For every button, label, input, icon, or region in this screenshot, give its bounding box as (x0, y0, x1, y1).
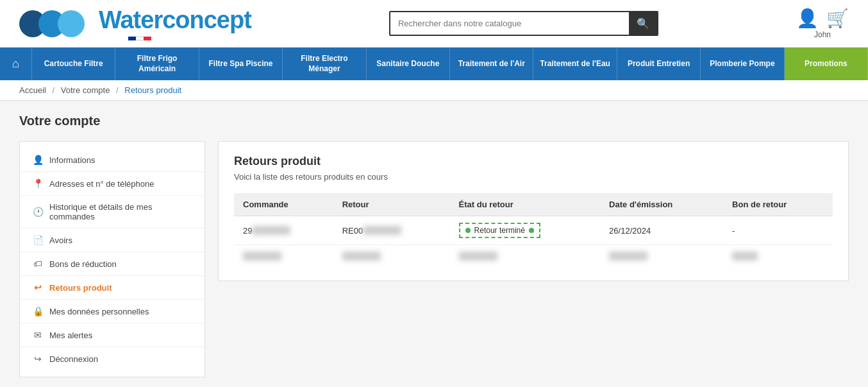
breadcrumb-votre-compte[interactable]: Votre compte (61, 85, 110, 95)
breadcrumb-accueil[interactable]: Accueil (19, 85, 46, 95)
cell-retour-2 (333, 245, 450, 268)
col-date: Date d'émission (600, 193, 723, 216)
main-panel: Retours produit Voici la liste des retou… (218, 141, 849, 281)
history-icon: 🕐 (33, 207, 43, 217)
nav-item-filtre-electro[interactable]: Filtre Electro Ménager (283, 47, 366, 80)
breadcrumb-sep-2: / (116, 85, 119, 95)
sidebar-label-retours-produit: Retours produit (49, 283, 112, 293)
status-dot-right-icon (529, 228, 534, 233)
nav-item-home[interactable]: ⌂ (0, 47, 32, 80)
cell-bon-2 (723, 245, 833, 268)
cell-date-1: 26/12/2024 (600, 216, 723, 245)
sidebar-label-donnees-personnelles: Mes données personnelles (49, 307, 149, 316)
table-row: 29 RE00 Retour terminé (234, 216, 833, 245)
circle-light-icon (58, 10, 85, 37)
lock-icon: 🔒 (33, 306, 43, 316)
sidebar-label-bons-reduction: Bons de réduction (49, 259, 117, 269)
nav-item-filtre-frigo[interactable]: Filtre Frigo Américain (115, 47, 199, 80)
col-etat: État du retour (450, 193, 601, 216)
sidebar-label-avoirs: Avoirs (49, 236, 72, 245)
sidebar-item-avoirs[interactable]: 📄 Avoirs (20, 228, 204, 252)
return-icon: ↩ (33, 282, 43, 293)
cell-bon-1: - (723, 216, 833, 245)
sidebar-item-informations[interactable]: 👤 Informations (20, 148, 204, 172)
search-area: 🔍 (389, 11, 658, 36)
nav-item-traitement-air[interactable]: Traitement de l'Air (450, 47, 533, 80)
page-title: Votre compte (19, 114, 849, 128)
blurred-commande-1 (252, 226, 290, 235)
nav-item-plomberie-pompe[interactable]: Plomberie Pompe (701, 47, 784, 80)
sidebar-label-adresses: Adresses et n° de téléphone (49, 179, 154, 189)
search-input[interactable] (390, 12, 629, 35)
main-content: Votre compte 👤 Informations 📍 Adresses e… (0, 101, 868, 387)
logo-text: Waterconcept (99, 6, 251, 34)
mail-icon: ✉ (33, 330, 43, 340)
blurred-etat-2 (459, 252, 497, 261)
sidebar-item-retours-produit[interactable]: ↩ Retours produit (20, 276, 204, 300)
sidebar-label-alertes: Mes alertes (49, 331, 92, 340)
tag-icon: 🏷 (33, 259, 43, 269)
sidebar-label-deconnexion: Déconnexion (49, 354, 98, 364)
flag-white (136, 37, 144, 40)
col-commande: Commande (234, 193, 333, 216)
logo-circles (19, 10, 85, 37)
returns-table: Commande Retour État du retour Date d'ém… (234, 193, 833, 268)
user-area: 👤 🛒 John (796, 8, 849, 39)
nav-item-sanitaire-douche[interactable]: Sanitaire Douche (367, 47, 450, 80)
status-dot-icon (465, 228, 471, 233)
blurred-commande-2 (243, 252, 281, 261)
sidebar-label-historique: Historique et détails de mes commandes (49, 202, 192, 221)
sidebar-item-deconnexion[interactable]: ↪ Déconnexion (20, 347, 204, 370)
content-wrapper: 👤 Informations 📍 Adresses et n° de télép… (19, 141, 849, 377)
status-badge: Retour terminé (459, 223, 540, 238)
sidebar-label-informations: Informations (49, 155, 96, 165)
breadcrumb-sep-1: / (53, 85, 55, 95)
cell-commande-2 (234, 245, 333, 268)
user-profile-icon[interactable]: 👤 (796, 8, 819, 29)
nav-item-cartouche-filtre[interactable]: Cartouche Filtre (32, 47, 115, 80)
cell-etat-2 (450, 245, 601, 268)
user-name: John (814, 30, 831, 39)
table-row (234, 245, 833, 268)
logo-flag (128, 37, 151, 40)
location-icon: 📍 (33, 178, 43, 189)
panel-subtitle: Voici la liste des retours produits en c… (234, 172, 833, 182)
sidebar: 👤 Informations 📍 Adresses et n° de télép… (19, 141, 205, 377)
person-icon: 👤 (33, 155, 43, 165)
logo-wrapper: Waterconcept (90, 6, 251, 40)
search-box: 🔍 (389, 11, 658, 36)
cell-etat-1: Retour terminé (450, 216, 601, 245)
panel-title: Retours produit (234, 155, 833, 168)
nav-item-promotions[interactable]: Promotions (785, 47, 868, 80)
cell-commande-1: 29 (234, 216, 333, 245)
sidebar-item-bons-reduction[interactable]: 🏷 Bons de réduction (20, 252, 204, 276)
navigation: ⌂ Cartouche Filtre Filtre Frigo Américai… (0, 47, 868, 80)
cell-retour-1: RE00 (333, 216, 450, 245)
blurred-retour-1 (363, 226, 401, 235)
breadcrumb: Accueil / Votre compte / Retours produit (0, 80, 868, 101)
blurred-retour-2 (342, 252, 381, 261)
user-icons: 👤 🛒 (796, 8, 849, 29)
nav-item-traitement-eau[interactable]: Traitement de l'Eau (533, 47, 617, 80)
flag-red (144, 37, 151, 40)
nav-item-filtre-spa[interactable]: Filtre Spa Piscine (199, 47, 283, 80)
col-bon: Bon de retour (723, 193, 833, 216)
cell-date-2 (600, 245, 723, 268)
header: Waterconcept 🔍 👤 🛒 John (0, 0, 868, 47)
sidebar-item-adresses[interactable]: 📍 Adresses et n° de téléphone (20, 172, 204, 196)
col-retour: Retour (333, 193, 450, 216)
blurred-bon-2 (732, 252, 758, 261)
logout-icon: ↪ (33, 354, 43, 364)
blurred-date-2 (609, 252, 647, 261)
status-label: Retour terminé (474, 226, 525, 235)
search-button[interactable]: 🔍 (629, 12, 657, 35)
breadcrumb-current: Retours produit (124, 85, 181, 95)
sidebar-item-historique[interactable]: 🕐 Historique et détails de mes commandes (20, 196, 204, 228)
nav-item-produit-entretien[interactable]: Produit Entretien (617, 47, 701, 80)
sidebar-item-alertes[interactable]: ✉ Mes alertes (20, 323, 204, 347)
document-icon: 📄 (33, 235, 43, 245)
cart-icon[interactable]: 🛒 (826, 8, 849, 29)
logo-area: Waterconcept (19, 6, 251, 40)
flag-blue (128, 37, 136, 40)
sidebar-item-donnees-personnelles[interactable]: 🔒 Mes données personnelles (20, 300, 204, 323)
